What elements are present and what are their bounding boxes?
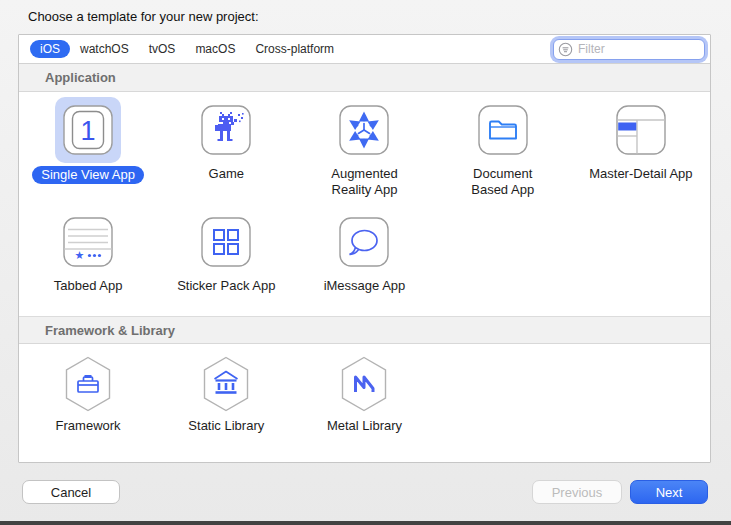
template-item-imessage-app[interactable]: iMessage App xyxy=(295,204,433,316)
footer-buttons: Cancel Previous Next xyxy=(0,480,731,512)
template-label: Static Library xyxy=(188,418,264,434)
section-header-framework-library: Framework & Library xyxy=(19,316,710,344)
svg-text:1: 1 xyxy=(81,116,96,146)
template-item-static-library[interactable]: Static Library xyxy=(157,344,295,460)
metal-library-icon xyxy=(331,353,397,415)
game-icon xyxy=(193,97,259,163)
cancel-button[interactable]: Cancel xyxy=(22,480,120,504)
framework-icon xyxy=(55,353,121,415)
tab-cross-platform[interactable]: Cross-platform xyxy=(245,40,344,58)
sticker-pack-app-icon xyxy=(193,209,259,275)
previous-button[interactable]: Previous xyxy=(532,480,622,504)
tab-ios[interactable]: iOS xyxy=(30,40,70,58)
platform-tabbar: iOS watchOS tvOS macOS Cross-platform xyxy=(19,35,710,64)
template-item-sticker-pack-app[interactable]: Sticker Pack App xyxy=(157,204,295,316)
svg-text:★: ★ xyxy=(75,249,85,261)
tab-watchos[interactable]: watchOS xyxy=(70,40,139,58)
template-item-master-detail-app[interactable]: Master-Detail App xyxy=(572,92,710,204)
imessage-app-icon xyxy=(331,209,397,275)
framework-library-grid: Framework Static Library xyxy=(19,344,710,460)
template-label: Framework xyxy=(56,418,121,434)
template-label: Sticker Pack App xyxy=(177,278,275,294)
tab-macos[interactable]: macOS xyxy=(185,40,245,58)
template-item-metal-library[interactable]: Metal Library xyxy=(295,344,433,460)
template-label: Game xyxy=(209,166,244,182)
window-bottom-edge xyxy=(0,521,731,525)
template-item-tabbed-app[interactable]: ★ Tabbed App xyxy=(19,204,157,316)
static-library-icon xyxy=(193,353,259,415)
template-item-document-based-app[interactable]: Document Based App xyxy=(434,92,572,204)
tab-tvos[interactable]: tvOS xyxy=(139,40,186,58)
template-label: Tabbed App xyxy=(54,278,123,294)
template-item-single-view-app[interactable]: 1 Single View App xyxy=(19,92,157,204)
page-title: Choose a template for your new project: xyxy=(28,9,259,24)
template-label: Master-Detail App xyxy=(589,166,692,182)
document-based-app-icon xyxy=(470,97,536,163)
template-label: Single View App xyxy=(32,166,144,184)
template-item-framework[interactable]: Framework xyxy=(19,344,157,460)
single-view-app-icon: 1 xyxy=(55,97,121,163)
tabbed-app-icon: ★ xyxy=(55,209,121,275)
template-label: Metal Library xyxy=(327,418,402,434)
master-detail-app-icon xyxy=(608,97,674,163)
template-label: Augmented Reality App xyxy=(323,166,405,199)
template-item-augmented-reality-app[interactable]: Augmented Reality App xyxy=(295,92,433,204)
application-template-grid: 1 Single View App xyxy=(19,92,710,316)
next-button[interactable]: Next xyxy=(630,480,708,504)
section-header-application: Application xyxy=(19,64,710,92)
augmented-reality-app-icon xyxy=(331,97,397,163)
template-label: iMessage App xyxy=(324,278,406,294)
filter-input[interactable] xyxy=(553,39,705,60)
template-item-game[interactable]: Game xyxy=(157,92,295,204)
template-chooser-panel: iOS watchOS tvOS macOS Cross-platform Ap… xyxy=(18,34,711,463)
template-label: Document Based App xyxy=(462,166,544,199)
